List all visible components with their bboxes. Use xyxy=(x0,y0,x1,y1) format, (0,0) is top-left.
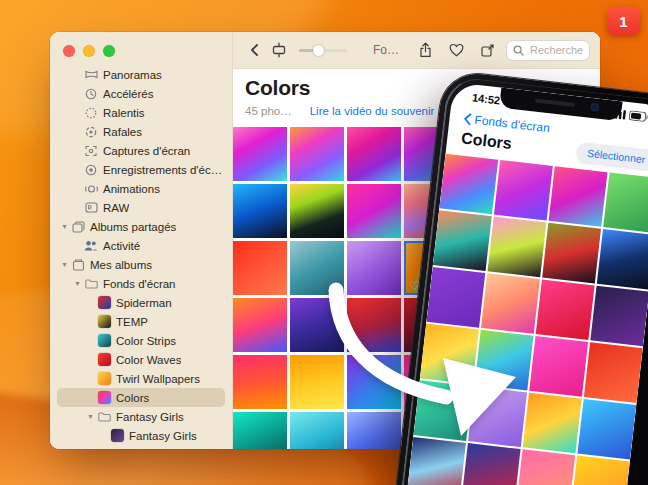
favorite-button[interactable] xyxy=(444,38,468,62)
front-camera xyxy=(590,103,599,112)
photo-tile[interactable] xyxy=(290,127,344,181)
share-button[interactable] xyxy=(413,38,437,62)
sidebar-item-label: Captures d'écran xyxy=(103,145,190,157)
sidebar-item-label: Activité xyxy=(103,240,140,252)
toolbar-title: Fo… xyxy=(373,43,399,57)
play-memory-link[interactable]: Lire la vidéo du souvenir xyxy=(310,105,435,117)
photo-tile[interactable] xyxy=(233,355,287,409)
photo-tile[interactable] xyxy=(542,223,601,284)
photo-tile[interactable] xyxy=(420,324,479,385)
photo-tile[interactable] xyxy=(439,154,498,215)
photo-tile[interactable] xyxy=(516,449,575,485)
chevron-down-icon[interactable]: ▾ xyxy=(59,260,70,269)
photo-tile[interactable] xyxy=(433,210,492,271)
photo-tile[interactable] xyxy=(413,380,472,441)
zoom-window-button[interactable] xyxy=(103,45,115,57)
photo-tile[interactable] xyxy=(290,412,344,449)
slider-knob[interactable] xyxy=(313,45,324,56)
sidebar-item[interactable]: Rafales xyxy=(57,122,225,141)
sidebar-item[interactable]: Accélérés xyxy=(57,84,225,103)
photo-tile[interactable] xyxy=(290,184,344,238)
panorama-icon xyxy=(83,69,99,80)
zoom-fit-button[interactable] xyxy=(267,38,291,62)
photo-tile[interactable] xyxy=(347,355,401,409)
sidebar-item[interactable]: Ralentis xyxy=(57,103,225,122)
close-window-button[interactable] xyxy=(63,45,75,57)
photo-tile[interactable] xyxy=(426,267,485,328)
toolbar-actions xyxy=(413,38,590,62)
back-button[interactable] xyxy=(243,38,267,62)
speaker-grill xyxy=(535,99,575,108)
sidebar-item[interactable]: ▾Fonds d'écran xyxy=(57,274,225,293)
thumbnail-size-slider[interactable] xyxy=(299,40,347,60)
photo-tile[interactable] xyxy=(468,386,527,447)
sidebar-item[interactable]: Fantasy Girls xyxy=(57,426,225,445)
heart-icon xyxy=(449,43,464,57)
sidebar-item[interactable]: RAW xyxy=(57,198,225,217)
sidebar-item-label: Animations xyxy=(103,183,160,195)
photo-tile[interactable] xyxy=(529,336,588,397)
select-button[interactable]: Sélectionner xyxy=(575,142,648,171)
sidebar-item[interactable]: Color Strips xyxy=(57,331,225,350)
sidebar-item[interactable]: TEMP xyxy=(57,312,225,331)
photo-tile[interactable] xyxy=(290,298,344,352)
photo-tile[interactable] xyxy=(233,298,287,352)
photo-tile[interactable] xyxy=(603,172,648,233)
sidebar-item-label: Spiderman xyxy=(116,297,172,309)
photo-tile[interactable] xyxy=(571,456,630,485)
add-to-button[interactable] xyxy=(475,38,499,62)
sidebar-item[interactable]: Spiderman xyxy=(57,293,225,312)
album-icon xyxy=(70,259,86,271)
sidebar-item[interactable]: Captures d'écran xyxy=(57,141,225,160)
photo-tile[interactable] xyxy=(475,330,534,391)
photo-tile[interactable] xyxy=(233,241,287,295)
sidebar-item[interactable]: ▾Albums partagés xyxy=(57,217,225,236)
sidebar-item-label: Fantasy Girls xyxy=(129,430,197,442)
photo-tile[interactable] xyxy=(494,160,553,221)
sidebar-item-label: Ralentis xyxy=(103,107,145,119)
sidebar-item[interactable]: Animations xyxy=(57,179,225,198)
sidebar-item[interactable]: Twirl Wallpapers xyxy=(57,369,225,388)
photo-tile[interactable] xyxy=(233,412,287,449)
search-field[interactable] xyxy=(506,40,590,61)
photo-tile[interactable] xyxy=(549,166,608,227)
sidebar-item[interactable]: ▾Mes albums xyxy=(57,255,225,274)
photo-tile[interactable] xyxy=(347,412,401,449)
sidebar-item[interactable]: Enregistrements d'écran xyxy=(57,160,225,179)
photo-tile[interactable] xyxy=(233,184,287,238)
sidebar-item-label: Bicolors xyxy=(116,449,157,450)
photo-tile[interactable] xyxy=(407,437,466,485)
photo-tile[interactable] xyxy=(290,355,344,409)
minimize-window-button[interactable] xyxy=(83,45,95,57)
sidebar-item-label: Rafales xyxy=(103,126,142,138)
photo-tile[interactable] xyxy=(577,399,636,460)
photo-tile[interactable] xyxy=(462,443,521,485)
photo-tile[interactable] xyxy=(347,241,401,295)
photo-tile[interactable] xyxy=(347,184,401,238)
sidebar-item-label: Panoramas xyxy=(103,69,162,81)
chevron-down-icon[interactable]: ▾ xyxy=(85,412,96,421)
sidebar-item[interactable]: Colors xyxy=(57,388,225,407)
album-thumbnail xyxy=(96,372,112,385)
sidebar-item[interactable]: ▾Fantasy Girls xyxy=(57,407,225,426)
chevron-down-icon[interactable]: ▾ xyxy=(59,222,70,231)
photo-tile[interactable] xyxy=(590,286,648,347)
photo-tile[interactable] xyxy=(233,127,287,181)
photo-tile[interactable] xyxy=(481,273,540,334)
sidebar-item[interactable]: Activité xyxy=(57,236,225,255)
photo-tile[interactable] xyxy=(347,127,401,181)
sidebar-item[interactable]: Color Waves xyxy=(57,350,225,369)
photo-tile[interactable] xyxy=(523,393,582,454)
photo-tile[interactable] xyxy=(290,241,344,295)
search-icon xyxy=(513,45,524,56)
photo-tile[interactable] xyxy=(488,217,547,278)
folder-icon xyxy=(96,412,112,422)
sidebar-item[interactable]: Panoramas xyxy=(57,65,225,84)
photo-tile[interactable] xyxy=(584,342,643,403)
sidebar-item[interactable]: ▸Bicolors xyxy=(57,445,225,449)
photo-tile[interactable] xyxy=(347,298,401,352)
photo-tile[interactable] xyxy=(536,279,595,340)
search-input[interactable] xyxy=(528,43,592,57)
chevron-down-icon[interactable]: ▾ xyxy=(72,279,83,288)
photo-tile[interactable] xyxy=(597,229,648,290)
